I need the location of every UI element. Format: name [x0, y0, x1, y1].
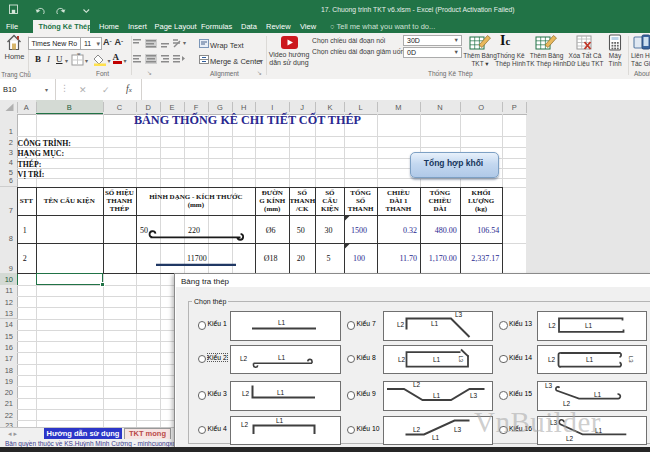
- svg-text:L1: L1: [431, 320, 439, 327]
- svg-text:L2: L2: [413, 381, 421, 388]
- svg-text:L1: L1: [278, 354, 286, 361]
- svg-text:L2: L2: [397, 321, 405, 328]
- svg-text:L2: L2: [413, 426, 421, 433]
- svg-text:L1: L1: [585, 322, 593, 329]
- svg-text:L3: L3: [455, 311, 463, 318]
- svg-text:L3: L3: [628, 356, 634, 363]
- svg-text:L1: L1: [432, 434, 440, 441]
- svg-text:L1: L1: [276, 417, 284, 424]
- svg-text:L2: L2: [241, 421, 249, 428]
- svg-text:L2: L2: [549, 322, 557, 329]
- svg-text:L1: L1: [433, 356, 441, 363]
- svg-text:L1: L1: [277, 389, 285, 396]
- svg-text:L1: L1: [594, 391, 602, 398]
- svg-text:L3: L3: [470, 392, 478, 399]
- svg-text:L2: L2: [242, 390, 250, 397]
- svg-text:L2: L2: [398, 356, 406, 363]
- svg-text:L1: L1: [278, 319, 286, 326]
- svg-text:L1: L1: [433, 392, 441, 399]
- svg-text:L1: L1: [586, 356, 594, 363]
- svg-text:L2: L2: [240, 355, 248, 362]
- svg-text:L3: L3: [458, 356, 464, 363]
- svg-text:L2: L2: [548, 356, 556, 363]
- svg-text:L3: L3: [454, 426, 462, 433]
- svg-text:L3: L3: [545, 382, 553, 389]
